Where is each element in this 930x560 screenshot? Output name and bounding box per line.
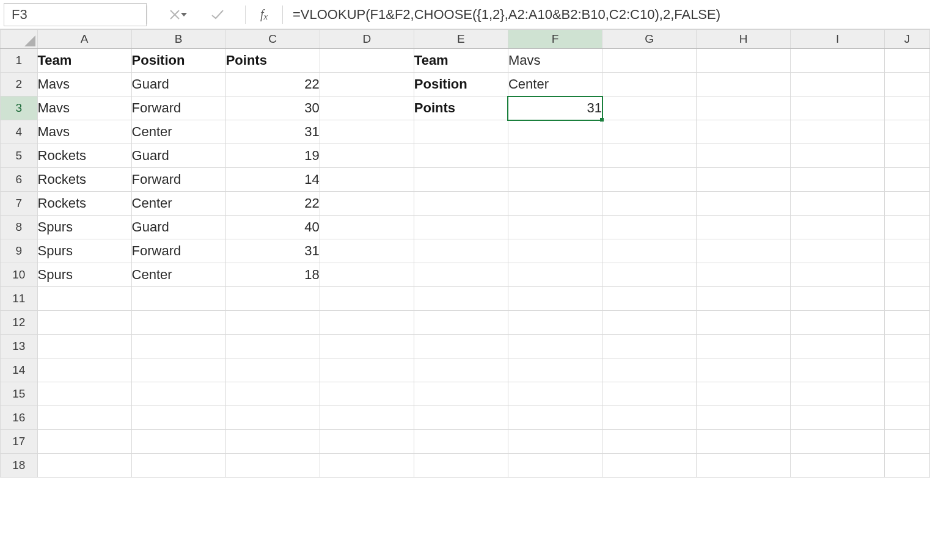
cell-F18[interactable] (508, 454, 602, 478)
cell-H18[interactable] (697, 454, 791, 478)
column-header-F[interactable]: F (508, 30, 602, 49)
cell-G15[interactable] (602, 382, 697, 406)
cell-B8[interactable]: Guard (131, 216, 225, 239)
column-header-E[interactable]: E (414, 30, 508, 49)
cell-B2[interactable]: Guard (131, 73, 225, 96)
row-header-5[interactable]: 5 (1, 144, 38, 168)
column-header-H[interactable]: H (697, 30, 791, 49)
cell-J6[interactable] (885, 168, 930, 192)
cell-E13[interactable] (414, 335, 508, 358)
cell-C16[interactable] (225, 406, 320, 430)
cell-B13[interactable] (131, 335, 225, 358)
row-header-1[interactable]: 1 (1, 49, 38, 73)
cell-A8[interactable]: Spurs (37, 216, 131, 239)
cell-H13[interactable] (697, 335, 791, 358)
insert-function-button[interactable]: fx (246, 3, 282, 26)
cell-E11[interactable] (414, 287, 508, 311)
cell-D12[interactable] (320, 311, 414, 335)
cell-B9[interactable]: Forward (131, 239, 225, 263)
cell-B15[interactable] (131, 382, 225, 406)
cell-H3[interactable] (697, 96, 791, 120)
cell-H8[interactable] (697, 216, 791, 239)
cell-J4[interactable] (885, 120, 930, 144)
cell-A12[interactable] (37, 311, 131, 335)
cell-A16[interactable] (37, 406, 131, 430)
cell-E16[interactable] (414, 406, 508, 430)
cell-F2[interactable]: Center (508, 73, 602, 96)
cell-H15[interactable] (697, 382, 791, 406)
row-header-6[interactable]: 6 (1, 168, 38, 192)
cell-G3[interactable] (602, 96, 697, 120)
cell-G5[interactable] (602, 144, 697, 168)
row-header-2[interactable]: 2 (1, 73, 38, 96)
cell-C9[interactable]: 31 (225, 239, 320, 263)
cell-C10[interactable]: 18 (225, 263, 320, 287)
cell-J1[interactable] (885, 49, 930, 73)
cell-G8[interactable] (602, 216, 697, 239)
cell-D5[interactable] (320, 144, 414, 168)
cancel-button[interactable] (167, 7, 183, 23)
cell-G1[interactable] (602, 49, 697, 73)
cell-I10[interactable] (791, 263, 885, 287)
cell-H10[interactable] (697, 263, 791, 287)
column-header-G[interactable]: G (602, 30, 697, 49)
cell-D11[interactable] (320, 287, 414, 311)
cell-I15[interactable] (791, 382, 885, 406)
row-header-7[interactable]: 7 (1, 192, 38, 216)
cell-A6[interactable]: Rockets (37, 168, 131, 192)
cell-C5[interactable]: 19 (225, 144, 320, 168)
cell-A1[interactable]: Team (37, 49, 131, 73)
cell-A11[interactable] (37, 287, 131, 311)
cell-D7[interactable] (320, 192, 414, 216)
cell-F11[interactable] (508, 287, 602, 311)
cell-E5[interactable] (414, 144, 508, 168)
cell-H4[interactable] (697, 120, 791, 144)
cell-J2[interactable] (885, 73, 930, 96)
cell-A2[interactable]: Mavs (37, 73, 131, 96)
cell-C14[interactable] (225, 358, 320, 382)
row-header-13[interactable]: 13 (1, 335, 38, 358)
cell-H1[interactable] (697, 49, 791, 73)
cell-H7[interactable] (697, 192, 791, 216)
cell-F15[interactable] (508, 382, 602, 406)
cell-E8[interactable] (414, 216, 508, 239)
cell-F5[interactable] (508, 144, 602, 168)
cell-J7[interactable] (885, 192, 930, 216)
column-header-A[interactable]: A (37, 30, 131, 49)
cell-G9[interactable] (602, 239, 697, 263)
cell-H6[interactable] (697, 168, 791, 192)
cell-F16[interactable] (508, 406, 602, 430)
cell-I2[interactable] (791, 73, 885, 96)
cell-B7[interactable]: Center (131, 192, 225, 216)
cell-G2[interactable] (602, 73, 697, 96)
cell-D10[interactable] (320, 263, 414, 287)
cell-G18[interactable] (602, 454, 697, 478)
cell-F10[interactable] (508, 263, 602, 287)
row-header-18[interactable]: 18 (1, 454, 38, 478)
cell-B1[interactable]: Position (131, 49, 225, 73)
cell-B5[interactable]: Guard (131, 144, 225, 168)
cell-D2[interactable] (320, 73, 414, 96)
cell-G4[interactable] (602, 120, 697, 144)
cell-C11[interactable] (225, 287, 320, 311)
row-header-8[interactable]: 8 (1, 216, 38, 239)
cell-F8[interactable] (508, 216, 602, 239)
cell-C15[interactable] (225, 382, 320, 406)
cell-J3[interactable] (885, 96, 930, 120)
column-header-J[interactable]: J (885, 30, 930, 49)
cell-C1[interactable]: Points (225, 49, 320, 73)
row-header-10[interactable]: 10 (1, 263, 38, 287)
cell-A10[interactable]: Spurs (37, 263, 131, 287)
cell-F6[interactable] (508, 168, 602, 192)
cell-A4[interactable]: Mavs (37, 120, 131, 144)
cell-E14[interactable] (414, 358, 508, 382)
cell-F9[interactable] (508, 239, 602, 263)
cell-C8[interactable]: 40 (225, 216, 320, 239)
cell-G6[interactable] (602, 168, 697, 192)
select-all-corner[interactable] (1, 30, 38, 49)
cell-J13[interactable] (885, 335, 930, 358)
cell-D4[interactable] (320, 120, 414, 144)
cell-I13[interactable] (791, 335, 885, 358)
sheet-table[interactable]: ABCDEFGHIJ1TeamPositionPointsTeamMavs2Ma… (0, 29, 930, 478)
cell-C18[interactable] (225, 454, 320, 478)
